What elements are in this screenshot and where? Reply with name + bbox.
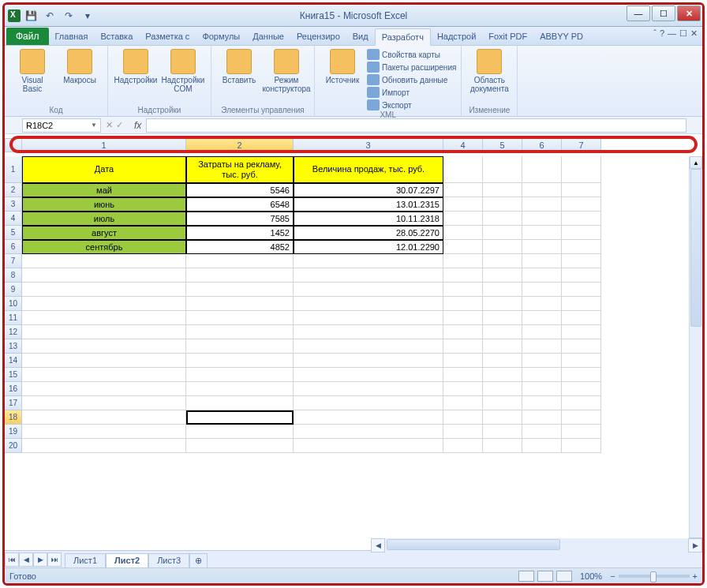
macros-button[interactable]: Макросы <box>57 47 103 106</box>
cell[interactable]: 13.01.2315 <box>294 197 443 212</box>
row-header-10[interactable]: 10 <box>5 297 22 311</box>
cell[interactable] <box>294 425 443 439</box>
source-button[interactable]: Источник <box>320 47 365 110</box>
cell[interactable] <box>562 156 601 183</box>
cell[interactable]: 4852 <box>186 240 294 254</box>
cell[interactable] <box>443 212 483 226</box>
doc-close[interactable]: ✕ <box>690 28 698 39</box>
window-maximize[interactable]: ☐ <box>652 6 675 21</box>
qat-undo[interactable]: ↶ <box>41 7 58 24</box>
cell[interactable] <box>294 368 443 382</box>
cell[interactable] <box>522 410 562 425</box>
tab-надстрой[interactable]: Надстрой <box>431 28 482 45</box>
qat-save[interactable]: 💾 <box>22 7 39 24</box>
column-header-4[interactable]: 4 <box>443 138 483 152</box>
cell[interactable] <box>443 197 483 212</box>
cell[interactable] <box>186 354 294 368</box>
sheet-tab-Лист3[interactable]: Лист3 <box>148 553 189 567</box>
column-header-2[interactable]: 2 <box>186 138 294 152</box>
ribbon-item[interactable]: Импорт <box>367 87 456 98</box>
cell[interactable] <box>562 396 601 410</box>
qat-more[interactable]: ▾ <box>79 7 96 24</box>
cell[interactable] <box>186 268 294 283</box>
cell[interactable] <box>562 197 601 212</box>
cell[interactable] <box>294 283 443 297</box>
qat-redo[interactable]: ↷ <box>60 7 77 24</box>
cell[interactable] <box>443 156 483 183</box>
cell[interactable] <box>522 425 562 439</box>
insert-sheet-icon[interactable]: ⊕ <box>189 553 208 567</box>
cell[interactable] <box>562 439 601 453</box>
tab-разметка с[interactable]: Разметка с <box>139 28 196 45</box>
tab-разработч[interactable]: Разработч <box>375 28 431 46</box>
cell[interactable] <box>522 212 562 226</box>
cell[interactable] <box>483 354 522 368</box>
cell[interactable] <box>483 410 522 425</box>
row-header-17[interactable]: 17 <box>5 396 22 410</box>
cell[interactable] <box>294 268 443 283</box>
cell[interactable] <box>562 212 601 226</box>
sheet-nav-next[interactable]: ▶ <box>33 552 47 567</box>
hscroll-thumb[interactable] <box>387 539 560 550</box>
cell[interactable] <box>562 368 601 382</box>
minimize-ribbon-icon[interactable]: ˆ <box>653 28 656 39</box>
help-icon[interactable]: ? <box>660 28 664 39</box>
horizontal-scrollbar[interactable]: ◀ ▶ <box>371 538 702 552</box>
zoom-in[interactable]: + <box>693 571 698 581</box>
cell[interactable]: 12.01.2290 <box>294 240 443 254</box>
cell[interactable] <box>22 339 186 354</box>
cell[interactable] <box>522 226 562 240</box>
design-mode-button[interactable]: Режим конструктора <box>264 47 309 106</box>
cell[interactable] <box>443 240 483 254</box>
cell[interactable] <box>522 254 562 268</box>
cell[interactable] <box>483 197 522 212</box>
scroll-thumb[interactable] <box>690 169 701 327</box>
window-minimize[interactable]: — <box>627 6 650 21</box>
cell[interactable] <box>483 183 522 197</box>
cancel-icon[interactable]: ✕ <box>106 120 113 130</box>
cell[interactable] <box>522 325 562 339</box>
row-header-16[interactable]: 16 <box>5 382 22 396</box>
cell[interactable] <box>294 339 443 354</box>
cell[interactable] <box>443 425 483 439</box>
cell[interactable] <box>186 382 294 396</box>
cell[interactable] <box>294 382 443 396</box>
cell[interactable] <box>562 354 601 368</box>
worksheet-grid[interactable]: 1ДатаЗатраты на рекламу, тыс. руб.Величи… <box>5 156 702 550</box>
fx-icon[interactable]: fx <box>134 120 141 131</box>
cell[interactable]: 30.07.2297 <box>294 183 443 197</box>
tab-главная[interactable]: Главная <box>49 28 95 45</box>
cell[interactable] <box>483 325 522 339</box>
cell[interactable] <box>186 410 294 425</box>
doc-panel-button[interactable]: Область документа <box>466 47 512 106</box>
row-header-7[interactable]: 7 <box>5 254 22 268</box>
cell[interactable] <box>483 297 522 311</box>
cell[interactable] <box>483 396 522 410</box>
view-page-layout[interactable] <box>537 571 553 582</box>
tab-foxit pdf[interactable]: Foxit PDF <box>482 28 533 45</box>
cell[interactable]: 10.11.2318 <box>294 212 443 226</box>
hscroll-right-icon[interactable]: ▶ <box>688 538 702 552</box>
cell[interactable] <box>483 254 522 268</box>
cell[interactable] <box>22 396 186 410</box>
vertical-scrollbar[interactable]: ▲ ▼ <box>689 156 702 550</box>
zoom-level[interactable]: 100% <box>580 571 602 581</box>
cell[interactable] <box>294 439 443 453</box>
cell[interactable] <box>186 311 294 325</box>
row-header-11[interactable]: 11 <box>5 311 22 325</box>
column-header-1[interactable]: 1 <box>22 138 186 152</box>
cell[interactable] <box>562 382 601 396</box>
cell[interactable] <box>483 283 522 297</box>
cell[interactable]: 1452 <box>186 226 294 240</box>
cell[interactable] <box>294 354 443 368</box>
column-header-6[interactable]: 6 <box>522 138 562 152</box>
cell[interactable] <box>294 297 443 311</box>
view-normal[interactable] <box>518 571 534 582</box>
sheet-nav-first[interactable]: ⏮ <box>5 552 19 567</box>
doc-restore[interactable]: ☐ <box>679 28 687 39</box>
row-header-14[interactable]: 14 <box>5 354 22 368</box>
tab-вид[interactable]: Вид <box>346 28 375 45</box>
cell[interactable]: сентябрь <box>22 240 186 254</box>
cell[interactable] <box>562 226 601 240</box>
visual-basic-button[interactable]: Visual Basic <box>9 47 55 106</box>
